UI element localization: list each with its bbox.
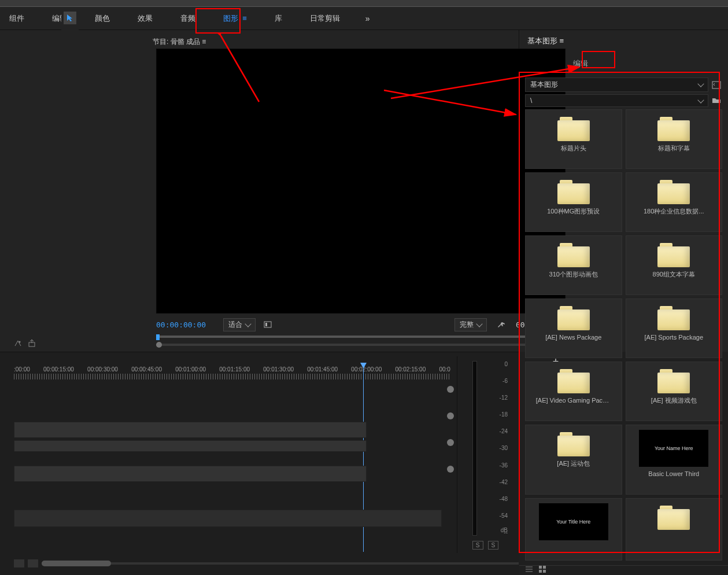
template-thumbnail: Your Title Here (539, 503, 608, 540)
playhead-marker[interactable] (156, 334, 160, 340)
template-card[interactable]: Your Title Here (525, 498, 622, 561)
path-dropdown[interactable]: \ (525, 94, 708, 107)
template-card[interactable]: [AE] 视频游戏包 (626, 362, 723, 421)
workspace-menu: 组件 编辑 颜色 效果 音频 图形 ≡ 库 日常剪辑 » (0, 7, 728, 30)
template-card[interactable]: 标题和字幕 (626, 109, 723, 169)
safe-margin-icon[interactable] (264, 321, 272, 328)
solo-right-button[interactable]: S (488, 541, 499, 550)
template-card[interactable]: 标题片头 (525, 109, 622, 169)
menu-overflow-icon[interactable]: » (362, 14, 374, 23)
template-card[interactable]: [AE] News Package (525, 298, 622, 358)
scrub-bar[interactable] (156, 334, 566, 348)
panel-body: 基本图形 \ 标题片头标题和字幕100种MG图形预设180种企业信息数据...3… (519, 73, 728, 565)
template-card[interactable]: [AE] Video Gaming Pack... (525, 362, 622, 421)
ruler-label: 00:01:30:00 (263, 366, 294, 373)
tab-edit[interactable]: 编辑 (562, 54, 599, 73)
menu-color[interactable]: 颜色 (89, 10, 116, 27)
template-label: [AE] 运动包 (557, 460, 590, 467)
ruler-label: 00:02:15:00 (395, 366, 426, 373)
ruler-label: 00:02:00:00 (351, 366, 382, 373)
solo-left-button[interactable]: S (472, 541, 483, 550)
menu-daily-edit[interactable]: 日常剪辑 (304, 10, 346, 27)
meter-tick: -24 (500, 428, 508, 434)
export-icon[interactable] (28, 339, 36, 347)
selection-tool[interactable] (64, 12, 76, 24)
template-label: 310个图形动画包 (549, 271, 598, 278)
menu-components[interactable]: 组件 (3, 10, 30, 27)
template-card[interactable]: [AE] 运动包 (525, 425, 622, 495)
ruler-label: 00:00:15:00 (43, 366, 74, 373)
folder-icon (557, 115, 590, 141)
range-start-handle[interactable] (156, 342, 162, 348)
folder-icon[interactable] (712, 97, 722, 105)
chevron-down-icon (245, 320, 251, 327)
folder-icon (557, 304, 590, 330)
title-bar-strip (0, 0, 728, 7)
template-card[interactable]: 310个图形动画包 (525, 235, 622, 295)
template-card[interactable]: [AE] Sports Package (626, 298, 723, 358)
folder-icon (557, 430, 590, 456)
template-label: 180种企业信息数据... (644, 208, 704, 215)
chevron-down-icon (476, 320, 482, 327)
folder-icon (657, 178, 690, 204)
zoom-scrollbar[interactable] (42, 561, 111, 566)
meter-tick: -18 (500, 411, 508, 418)
timecode-current[interactable]: 00:00:00:00 (156, 320, 206, 329)
essential-graphics-panel: 基本图形 ≡ 浏览 编辑 基本图形 \ 标题片头标题和字幕100种MG图形预设1… (519, 30, 728, 352)
meter-tick: -30 (500, 445, 508, 451)
meter-track (472, 361, 477, 536)
template-card[interactable] (626, 498, 723, 561)
audio-track-clip[interactable] (14, 466, 367, 482)
timeline-ruler[interactable]: :00:0000:00:15:0000:00:30:0000:00:45:000… (14, 366, 450, 382)
menu-graphics[interactable]: 图形 ≡ (217, 10, 253, 27)
zoom-fit-dropdown[interactable]: 适合 (223, 318, 256, 331)
template-label: 标题片头 (561, 145, 586, 152)
ruler-label: 00:00:45:00 (131, 366, 162, 373)
ruler-label: 00:01:45:00 (307, 366, 338, 373)
svg-rect-1 (29, 342, 35, 347)
timeline-panel: :00:0000:00:15:0000:00:30:0000:00:45:000… (0, 352, 519, 575)
menu-library[interactable]: 库 (269, 10, 288, 27)
ruler-label: 00:01:00:00 (175, 366, 206, 373)
meter-tick: -54 (500, 513, 508, 519)
ruler-label: 00:00:30:00 (87, 366, 118, 373)
program-monitor[interactable] (156, 49, 566, 314)
ruler-label: 00:01:15:00 (219, 366, 250, 373)
meter-tick: -42 (500, 479, 508, 485)
folder-icon (657, 115, 690, 141)
template-card[interactable]: 890组文本字幕 (626, 235, 723, 295)
video-track-clip[interactable] (14, 440, 367, 452)
svg-rect-26 (543, 570, 546, 573)
marker-dot[interactable] (447, 386, 454, 393)
template-label: [AE] Sports Package (645, 334, 704, 341)
meter-unit: dB (501, 527, 508, 533)
template-thumbnail: Your Name Here (639, 430, 708, 467)
meter-tick: -48 (500, 496, 508, 502)
template-card[interactable]: 100种MG图形预设 (525, 172, 622, 232)
left-bottom-icons (14, 339, 36, 347)
audio-track-clip[interactable] (14, 510, 442, 527)
video-track-clip[interactable] (14, 422, 367, 438)
monitor-controls: 00:00:00:00 适合 完整 00:02:04:07 (156, 317, 566, 332)
folder-icon (657, 503, 690, 530)
marker-dot[interactable] (447, 439, 454, 446)
menu-audio[interactable]: 音频 (175, 10, 201, 27)
category-dropdown[interactable]: 基本图形 (525, 78, 708, 92)
svg-rect-6 (264, 322, 271, 327)
snap-button[interactable] (14, 559, 24, 567)
meter-tick: -6 (502, 378, 508, 384)
folder-icon (657, 367, 690, 393)
expand-icon[interactable] (712, 81, 722, 89)
grid-view-icon[interactable] (539, 566, 546, 573)
template-card[interactable]: 180种企业信息数据... (626, 172, 723, 232)
wrench-icon[interactable] (497, 320, 505, 329)
list-view-icon[interactable] (525, 566, 533, 573)
menu-effects[interactable]: 效果 (132, 10, 158, 27)
quality-dropdown[interactable]: 完整 (454, 318, 487, 331)
template-card[interactable]: Your Name HereBasic Lower Third (626, 425, 723, 495)
marker-dot[interactable] (447, 412, 454, 419)
ruler-label: 00:0 (439, 366, 450, 373)
link-button[interactable] (28, 559, 38, 567)
marker-dot[interactable] (447, 466, 454, 473)
new-item-icon[interactable] (14, 339, 22, 347)
